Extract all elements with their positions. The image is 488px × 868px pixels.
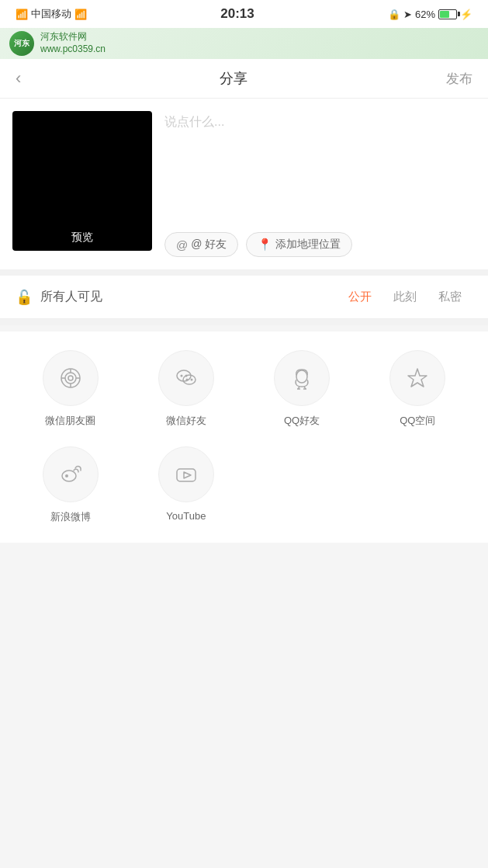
svg-point-12 — [190, 379, 192, 381]
location-label: 添加地理位置 — [275, 238, 341, 252]
battery-percent: 62% — [415, 9, 435, 20]
wechat-moments-icon-circle — [43, 350, 99, 406]
location-pin-icon: 📍 — [258, 238, 272, 252]
share-wechat-friends[interactable]: 微信好友 — [128, 350, 244, 428]
share-weibo[interactable]: 新浪微博 — [12, 446, 128, 524]
location-icon: ➤ — [403, 9, 412, 20]
battery-icon — [438, 9, 457, 19]
qq-zone-label: QQ空间 — [400, 414, 435, 428]
visibility-tabs: 公开 此刻 私密 — [337, 286, 472, 307]
youtube-label: YouTube — [166, 510, 206, 522]
youtube-icon — [174, 462, 199, 487]
battery-fill — [440, 11, 449, 18]
navigation-bar: ‹ 分享 发布 — [0, 59, 488, 99]
mention-friends-button[interactable]: @ @ 好友 — [164, 232, 238, 257]
divider-2 — [0, 319, 488, 325]
input-area: 说点什么... @ @ 好友 📍 添加地理位置 — [164, 111, 476, 257]
wechat-icon — [174, 366, 199, 391]
content-area: 预览 说点什么... @ @ 好友 📍 添加地理位置 — [0, 99, 488, 269]
svg-point-8 — [180, 375, 182, 377]
watermark-text: 河东软件网 www.pc0359.cn — [40, 31, 106, 55]
camera-lens-icon — [58, 366, 83, 391]
tab-private[interactable]: 私密 — [427, 286, 472, 307]
share-youtube[interactable]: YouTube — [128, 446, 244, 524]
share-grid-row1: 微信朋友圈 微信好友 — [12, 350, 476, 428]
preview-label: 预览 — [71, 231, 93, 245]
svg-point-1 — [65, 373, 76, 384]
watermark-banner: 河东 河东软件网 www.pc0359.cn — [0, 28, 488, 59]
visibility-label: 所有人可见 — [40, 289, 102, 305]
qq-zone-icon-circle — [389, 350, 445, 406]
divider-1 — [0, 269, 488, 276]
share-grid-row2: 新浪微博 YouTube — [12, 446, 476, 524]
share-qq-friends[interactable]: QQ好友 — [244, 350, 360, 428]
weibo-label: 新浪微博 — [50, 510, 91, 524]
at-icon: @ — [176, 238, 188, 252]
svg-point-19 — [62, 470, 76, 481]
wechat-friends-icon-circle — [158, 350, 214, 406]
status-time: 20:13 — [220, 6, 254, 22]
svg-point-7 — [177, 370, 191, 381]
wechat-friends-label: 微信好友 — [166, 414, 206, 428]
tab-moment[interactable]: 此刻 — [382, 286, 427, 307]
weibo-icon — [58, 462, 83, 487]
status-right: 🔒 ➤ 62% ⚡ — [388, 9, 472, 20]
star-icon — [405, 366, 430, 391]
tag-buttons: @ @ 好友 📍 添加地理位置 — [164, 232, 476, 257]
text-input-placeholder[interactable]: 说点什么... — [164, 111, 476, 130]
back-button[interactable]: ‹ — [16, 68, 21, 89]
add-location-button[interactable]: 📍 添加地理位置 — [246, 232, 352, 257]
watermark-site-name: 河东软件网 — [40, 31, 106, 43]
watermark-site-url: www.pc0359.cn — [40, 43, 106, 56]
youtube-icon-circle — [158, 446, 214, 502]
share-section: 微信朋友圈 微信好友 — [0, 332, 488, 543]
status-bar: 📶 中国移动 📶 20:13 🔒 ➤ 62% ⚡ — [0, 0, 488, 28]
lock-status-icon: 🔒 — [388, 9, 400, 20]
svg-rect-21 — [177, 469, 196, 481]
charging-icon: ⚡ — [460, 9, 472, 20]
svg-marker-22 — [184, 472, 191, 478]
svg-point-13 — [296, 370, 307, 383]
carrier-icon: 📶 — [16, 9, 28, 20]
wifi-icon: 📶 — [74, 9, 87, 20]
publish-button[interactable]: 发布 — [446, 70, 472, 88]
svg-point-20 — [65, 474, 68, 477]
share-wechat-moments[interactable]: 微信朋友圈 — [12, 350, 128, 428]
mention-label: @ 好友 — [191, 238, 227, 252]
share-qq-zone[interactable]: QQ空间 — [360, 350, 476, 428]
watermark-logo: 河东 — [9, 31, 34, 56]
visibility-left: 🔓 所有人可见 — [16, 289, 102, 306]
svg-point-2 — [68, 376, 73, 380]
qq-friends-label: QQ好友 — [284, 414, 320, 428]
qq-icon — [289, 366, 314, 391]
status-left: 📶 中国移动 📶 — [16, 7, 87, 21]
page-title: 分享 — [220, 69, 247, 88]
svg-marker-18 — [408, 369, 427, 387]
visibility-row: 🔓 所有人可见 公开 此刻 私密 — [0, 276, 488, 319]
carrier-name: 中国移动 — [31, 7, 71, 21]
svg-point-11 — [185, 379, 188, 381]
lock-icon: 🔓 — [16, 289, 33, 306]
weibo-icon-circle — [43, 446, 99, 502]
tab-public[interactable]: 公开 — [337, 286, 382, 307]
preview-box: 预览 — [12, 111, 152, 251]
wechat-moments-label: 微信朋友圈 — [45, 414, 95, 428]
qq-friends-icon-circle — [274, 350, 330, 406]
